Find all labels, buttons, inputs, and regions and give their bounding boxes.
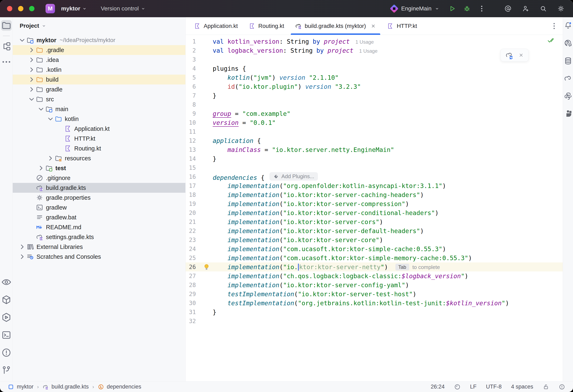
code-line-5[interactable]: 5 kotlin("jvm") version "2.1.10" (186, 73, 563, 82)
zoom-window-button[interactable] (29, 6, 35, 11)
code-editor[interactable]: 1val kotlin_version: String by project1 … (186, 35, 563, 381)
code-line-31[interactable]: 31} (186, 307, 563, 317)
packages-tool-button[interactable] (1, 294, 12, 305)
more-tools-button[interactable] (1, 57, 12, 67)
tree-item-external-libraries[interactable]: External Libraries (13, 242, 185, 252)
inspections-ok-icon[interactable] (547, 36, 555, 44)
encoding-widget[interactable]: UTF-8 (486, 384, 502, 390)
tree-item-gradlew-bat[interactable]: gradlew.bat (13, 213, 185, 222)
gradle-sync-icon[interactable] (505, 51, 513, 59)
tree-item-routing-kt[interactable]: Routing.kt (13, 143, 185, 153)
chevron-right-icon[interactable] (46, 153, 54, 163)
tree-item--idea[interactable]: .idea (13, 55, 185, 65)
tree-item-src[interactable]: src (13, 94, 185, 104)
tree-item-kotlin[interactable]: kotlin (13, 114, 185, 124)
tree-item-main[interactable]: main (13, 104, 185, 114)
tree-item-scratches-and-consoles[interactable]: Scratches and Consoles (13, 252, 185, 262)
structure-tool-button[interactable] (1, 41, 12, 52)
code-line-24[interactable]: 24 implementation("com.ucasoft.ktor:ktor… (186, 244, 563, 253)
project-tool-button[interactable] (1, 20, 12, 31)
indent-widget[interactable]: 4 spaces (511, 384, 533, 390)
code-line-19[interactable]: 19 implementation("io.ktor:ktor-server-c… (186, 199, 563, 208)
code-line-16[interactable]: 16dependencies {Add Plugins... (186, 172, 563, 181)
tab-http-kt[interactable]: HTTP.kt (381, 17, 422, 35)
code-line-7[interactable]: 7} (186, 91, 563, 100)
close-tab-icon[interactable] (370, 23, 376, 29)
tree-item-gradle-properties[interactable]: gradle.properties (13, 193, 185, 203)
code-line-6[interactable]: 6 id("io.ktor.plugin") version "3.2.3" (186, 82, 563, 91)
tree-item-settings-gradle-kts[interactable]: settings.gradle.kts (13, 232, 185, 242)
more-actions-button[interactable] (478, 5, 486, 13)
unlock-icon[interactable] (543, 384, 549, 390)
line-separator-widget[interactable]: LF (470, 384, 477, 390)
tree-item--gitignore[interactable]: .gitignore (13, 173, 185, 183)
code-line-23[interactable]: 23 implementation("io.ktor:ktor-server-c… (186, 235, 563, 244)
ai-assistant-icon[interactable] (504, 5, 512, 13)
code-line-25[interactable]: 25 implementation("com.ucasoft.ktor:ktor… (186, 253, 563, 262)
project-menu[interactable]: myktor (59, 4, 89, 14)
usage-hint[interactable]: 1 Usage (355, 39, 374, 45)
git-tool-button[interactable] (1, 365, 12, 375)
gradle-tool-button[interactable] (564, 74, 573, 83)
code-line-18[interactable]: 18 implementation("io.ktor:ktor-server-c… (186, 190, 563, 199)
chevron-right-icon[interactable] (27, 75, 36, 85)
run-configuration-selector[interactable]: EngineMain (391, 5, 439, 12)
code-line-12[interactable]: 12application { (186, 136, 563, 145)
code-line-14[interactable]: 14} (186, 154, 563, 163)
tree-item-gradlew[interactable]: gradlew (13, 203, 185, 213)
problems-status-icon[interactable] (559, 384, 565, 390)
breadcrumb-element[interactable]: dependencies (107, 384, 141, 390)
code-line-17[interactable]: 17 implementation("org.openfolder:kotlin… (186, 181, 563, 190)
caret-position-widget[interactable]: 26:24 (431, 384, 445, 390)
code-line-1[interactable]: 1val kotlin_version: String by project1 … (186, 37, 563, 46)
tree-item-myktor[interactable]: myktor~/IdeaProjects/myktor (13, 35, 185, 45)
project-panel-header[interactable]: Project (13, 17, 185, 35)
code-line-27[interactable]: 27 implementation("ch.qos.logback:logbac… (186, 271, 563, 281)
code-line-15[interactable]: 15 (186, 163, 563, 172)
code-line-8[interactable]: 8 (186, 100, 563, 109)
usage-hint[interactable]: 1 Usage (359, 48, 377, 54)
intention-bulb-icon[interactable] (202, 263, 213, 271)
chevron-right-icon[interactable] (27, 55, 36, 65)
plugin-tool-button[interactable] (564, 109, 573, 118)
tab-build-gradle-kts-myktor-[interactable]: build.gradle.kts (myktor) (289, 17, 382, 35)
chevron-right-icon[interactable] (27, 85, 36, 94)
tree-item-test[interactable]: test (13, 163, 185, 173)
search-everywhere-icon[interactable] (539, 5, 547, 13)
close-icon[interactable] (518, 52, 524, 58)
tree-item-resources[interactable]: resources (13, 153, 185, 163)
tab-routing-kt[interactable]: Routing.kt (243, 17, 289, 35)
code-line-21[interactable]: 21 implementation("io.ktor:ktor-server-c… (186, 217, 563, 226)
problems-tool-button[interactable] (1, 347, 12, 358)
chevron-right-icon[interactable] (18, 242, 26, 252)
chevron-right-icon[interactable] (37, 163, 45, 173)
chevron-down-icon[interactable] (37, 104, 45, 114)
services-tool-button[interactable] (1, 312, 12, 323)
minimize-window-button[interactable] (18, 6, 23, 11)
tree-item-gradle[interactable]: gradle (13, 85, 185, 94)
chevron-right-icon[interactable] (27, 45, 36, 55)
chevron-down-icon[interactable] (46, 114, 54, 124)
code-line-20[interactable]: 20 implementation("io.ktor:ktor-server-c… (186, 208, 563, 217)
close-window-button[interactable] (7, 6, 12, 11)
tree-item--kotlin[interactable]: .kotlin (13, 65, 185, 75)
tree-item-application-kt[interactable]: Application.kt (13, 124, 185, 134)
preview-tool-button[interactable] (1, 277, 12, 287)
code-line-32[interactable]: 32 (186, 317, 563, 326)
tree-item-http-kt[interactable]: HTTP.kt (13, 134, 185, 143)
settings-gear-icon[interactable] (557, 5, 565, 13)
copilot-status-icon[interactable] (454, 384, 461, 390)
code-with-me-icon[interactable] (522, 5, 530, 13)
code-line-9[interactable]: 9group = "com.example" (186, 109, 563, 118)
add-plugins-button[interactable]: Add Plugins... (269, 172, 318, 181)
database-tool-button[interactable] (564, 56, 573, 65)
code-line-10[interactable]: 10version = "0.0.1" (186, 118, 563, 127)
tree-item-readme-md[interactable]: README.md (13, 222, 185, 232)
tab-application-kt[interactable]: Application.kt (188, 17, 243, 35)
terminal-tool-button[interactable] (1, 330, 12, 340)
tree-item-build[interactable]: build (13, 75, 185, 85)
code-line-29[interactable]: 29 testImplementation("io.ktor:ktor-serv… (186, 289, 563, 299)
chevron-down-icon[interactable] (18, 35, 26, 45)
chevron-down-icon[interactable] (27, 94, 36, 104)
project-avatar[interactable]: M (46, 4, 55, 13)
